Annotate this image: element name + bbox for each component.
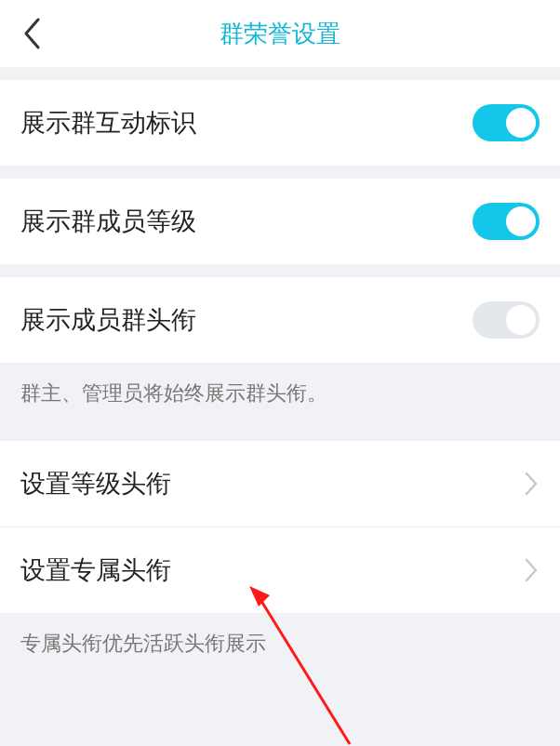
back-button[interactable] (13, 15, 50, 52)
note-admin-always-show: 群主、管理员将始终展示群头衔。 (0, 363, 560, 441)
chevron-right-icon (523, 556, 540, 584)
section-gap (0, 264, 560, 277)
row-interaction-badge: 展示群互动标识 (0, 80, 560, 166)
page-title: 群荣誉设置 (0, 18, 560, 50)
row-label: 展示群互动标识 (20, 106, 196, 140)
row-member-level: 展示群成员等级 (0, 179, 560, 264)
row-label: 设置专属头衔 (20, 553, 171, 587)
row-set-level-title[interactable]: 设置等级头衔 (0, 441, 560, 526)
chevron-left-icon (21, 17, 42, 50)
toggle-member-level[interactable] (473, 203, 540, 240)
section-gap (0, 67, 560, 80)
row-set-custom-title[interactable]: 设置专属头衔 (0, 527, 560, 613)
row-label: 设置等级头衔 (20, 467, 171, 500)
row-label: 展示成员群头衔 (20, 303, 196, 337)
toggle-interaction-badge[interactable] (473, 104, 540, 141)
note-custom-priority: 专属头衔优先活跃头衔展示 (0, 613, 560, 676)
row-label: 展示群成员等级 (20, 205, 196, 238)
header: 群荣誉设置 (0, 0, 560, 67)
row-member-title: 展示成员群头衔 (0, 277, 560, 363)
chevron-right-icon (523, 470, 540, 498)
toggle-knob (506, 206, 536, 236)
toggle-knob (506, 305, 536, 335)
section-gap (0, 166, 560, 179)
toggle-member-title[interactable] (473, 301, 540, 339)
toggle-knob (506, 108, 536, 138)
